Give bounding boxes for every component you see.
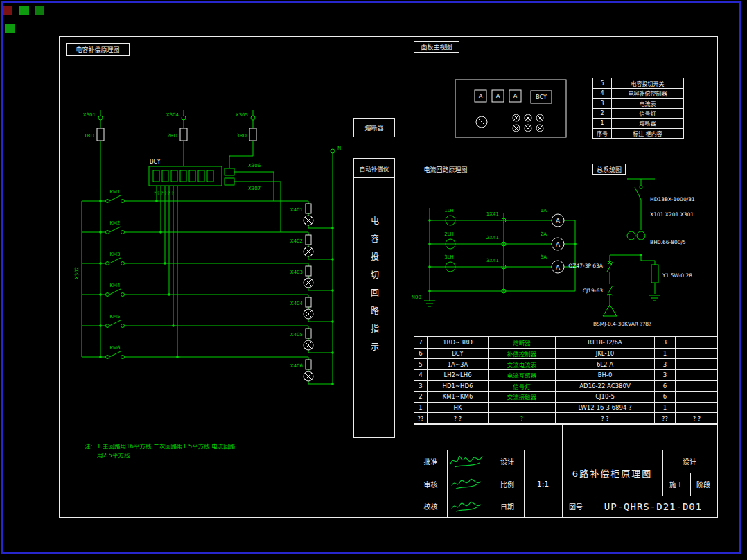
aux-terminal-label: X307 — [248, 186, 261, 191]
ct-label: 1LH — [444, 208, 454, 213]
auto-compensator-title: 自动补偿仪 — [354, 159, 394, 178]
part-note — [675, 358, 718, 369]
lamp-fuse-label: X404 — [290, 301, 304, 306]
part-qty: 6 — [654, 380, 675, 392]
lamp-fuse — [306, 360, 311, 369]
part-note — [675, 369, 718, 380]
part-code: HD1~HD6 — [427, 380, 488, 392]
drawing-number-value: UP-QHRS-D21-D01 — [590, 496, 717, 517]
ammeter-letter: A — [556, 218, 561, 225]
feed-terminal-label: X301 — [83, 112, 96, 118]
feed-terminal-label: X304 — [166, 112, 179, 118]
part-model: JKL-10 — [555, 348, 654, 359]
lamp-fuse — [306, 204, 311, 213]
check-signature — [448, 496, 490, 516]
part-model: AD16-22 AC380V — [555, 380, 654, 392]
stage-label: 阶段 — [690, 473, 717, 496]
discharge-resistor-icon — [651, 265, 658, 283]
label-capacitor-schematic: 电容补偿原理图 — [66, 43, 130, 56]
capacitor-bank-label: BSMJ-0.4-30KVAR ??8? — [593, 321, 651, 327]
part-note — [675, 391, 718, 402]
neutral-label: N — [337, 146, 341, 151]
part-no: 3 — [414, 380, 427, 392]
legend-name: 标注 框内容 — [611, 128, 683, 138]
part-no: 4 — [414, 369, 427, 380]
contactor-label: KM1 — [109, 189, 120, 195]
part-note — [675, 348, 718, 359]
part-note — [675, 337, 718, 348]
part-code: 1RD~3RD — [427, 337, 488, 348]
legend-no: 5 — [593, 78, 611, 88]
part-model: LW12-16-3 6894 ? — [555, 402, 654, 413]
part-note: ? ? — [675, 412, 718, 423]
lamp-fuse-label: X402 — [290, 238, 303, 244]
design-label: 设计 — [491, 450, 524, 473]
meter-id-label: 1A — [541, 208, 547, 213]
part-no: 7 — [414, 337, 427, 348]
legend-name: 熔断器 — [611, 118, 683, 128]
stage-design-label: 设计 — [662, 450, 717, 473]
legend-no: 序号 — [593, 128, 611, 138]
lamp-fuse-label: X403 — [290, 270, 303, 275]
part-qty: 1 — [654, 402, 675, 413]
fuse-callout-text: 熔断器 — [364, 123, 383, 132]
capacitor-schematic: X301 X304 X305 1RD 2RD 3RD X302 BCY ? ? … — [74, 110, 341, 459]
part-code: LH2~LH6 — [427, 369, 488, 380]
junction-dots — [99, 200, 334, 385]
feed-fuse-2 — [180, 128, 187, 141]
panel-meter-letter: A — [513, 93, 518, 100]
contactor-label: KM2 — [109, 220, 120, 226]
legend-no: 1 — [593, 118, 611, 128]
contactor-label: KM3 — [109, 252, 120, 257]
part-note — [675, 380, 718, 392]
lamp-fuse — [306, 329, 311, 338]
ct-label: 2LH — [444, 231, 454, 237]
lamp-fuse — [306, 297, 311, 307]
legend-name: 电容投切开关 — [611, 78, 683, 88]
review-label: 审核 — [414, 473, 447, 496]
feed-fuse-1 — [97, 128, 104, 141]
panel-outline — [455, 80, 566, 137]
part-name: ? — [488, 412, 555, 423]
left-bus-label: X302 — [74, 267, 80, 279]
part-no: 5 — [414, 358, 427, 369]
feed-fuse-label: 1RD — [84, 133, 94, 139]
note-line-2: 用2.5平方线 — [97, 452, 130, 459]
part-code: ? ? — [427, 412, 488, 423]
stage-construction-label: 施工 — [662, 473, 690, 496]
part-code: HK — [427, 402, 488, 413]
note-prefix: 注: — [85, 443, 92, 450]
title-block: 批准 审核 校核 设计 比例 日期 1:1 6路补偿柜原理图 设计 施工 阶段 … — [414, 424, 717, 518]
lamp-fuse-label: X401 — [290, 207, 303, 213]
loop-neutral-label: N00 — [412, 295, 421, 300]
drawing-title: 6路补偿柜原理图 — [562, 450, 662, 496]
drawing-number-label: 图号 — [562, 496, 590, 517]
contactor-type-label: CJ19-63 — [583, 288, 603, 294]
approve-signature — [448, 450, 490, 472]
discharge-label: Y1.5W-0.28 — [662, 272, 692, 279]
legend-name: 电流表 — [611, 98, 683, 108]
part-code: BCY — [427, 348, 488, 359]
approve-label: 批准 — [414, 450, 447, 473]
part-name: 电流互感器 — [488, 369, 555, 380]
system-diagram: HD13BX-1000/31 X101 X201 X301 BH0.66-800… — [568, 179, 695, 327]
part-name: 熔断器 — [488, 337, 555, 348]
part-no: ?? — [414, 412, 427, 423]
label-system-diagram: 总系统图 — [592, 164, 626, 175]
part-qty: 3 — [654, 358, 675, 369]
part-note — [675, 402, 718, 413]
aux-terminal-label: X306 — [248, 163, 261, 168]
legend-no: 3 — [593, 98, 611, 108]
panel-controller-letter: BCY — [536, 94, 547, 100]
part-qty: 6 — [654, 391, 675, 402]
fuse-callout-box: 熔断器 — [353, 118, 395, 137]
current-loop-schematic: A A A 1LH 2LH 3LH 1X41 2X41 3X41 1A 2A 3… — [412, 208, 577, 306]
controller-label: BCY — [150, 159, 161, 165]
feed-fuse-label: 3RD — [236, 133, 247, 139]
controller-pins-label: ? ? ? ? ? ? — [154, 191, 174, 195]
legend-name: 信号灯 — [611, 108, 683, 118]
lamp-fuse-label: X406 — [290, 363, 304, 369]
label-current-loop: 电流回路原理图 — [414, 164, 477, 175]
scale-label: 比例 — [491, 473, 524, 496]
legend-no: 2 — [593, 108, 611, 118]
